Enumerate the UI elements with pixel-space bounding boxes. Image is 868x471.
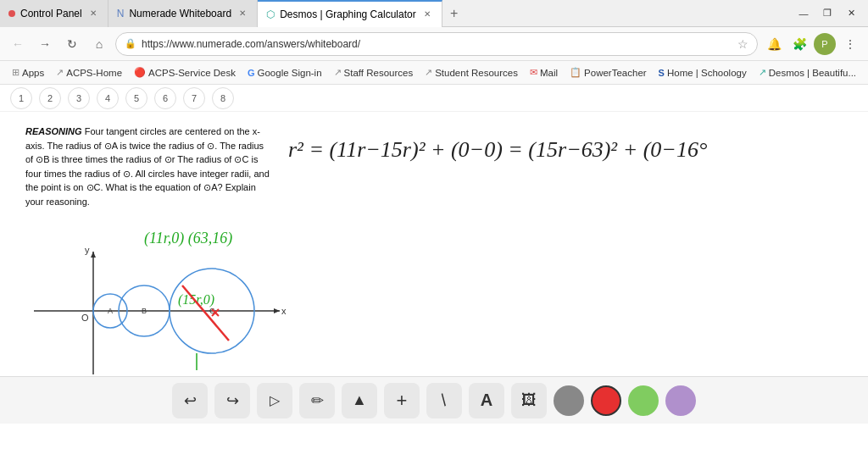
apps-icon: ⊞ [12, 67, 19, 78]
tab-close-numerade[interactable]: ✕ [236, 8, 248, 19]
svg-text:A: A [108, 307, 113, 315]
shapes-button[interactable]: ▲ [342, 383, 377, 418]
bookmark-student[interactable]: ↗ Student Resources [420, 65, 523, 80]
refresh-button[interactable]: ↻ [61, 33, 83, 55]
tab-number-4[interactable]: 4 [97, 87, 119, 109]
tab-desmos[interactable]: ⬡ Desmos | Graphing Calculator ✕ [258, 0, 442, 27]
bookmark-label: Staff Resources [344, 68, 414, 78]
bookmark-desmos[interactable]: ↗ Desmos | Beautifu... [754, 65, 861, 80]
extensions-button[interactable]: 🧩 [788, 33, 810, 55]
acps-service-icon: 🔴 [134, 67, 146, 78]
image-button[interactable]: 🖼 [511, 383, 547, 418]
svg-text:y: y [85, 245, 90, 255]
avatar[interactable]: P [814, 33, 836, 55]
bottom-toolbar: ↩ ↪ ▷ ✏ ▲ + / A 🖼 [0, 376, 868, 424]
tab-label: Control Panel [20, 8, 82, 19]
bookmark-apps[interactable]: ⊞ Apps [7, 65, 49, 80]
text-icon: A [481, 391, 492, 410]
bookmark-label: ACPS-Service Desk [148, 68, 236, 78]
problem-body: Four tangent circles are centered on the… [25, 126, 270, 207]
tab-label: Desmos | Graphing Calculator [280, 8, 416, 20]
student-icon: ↗ [425, 67, 432, 78]
maximize-button[interactable]: ❐ [817, 6, 837, 21]
minimize-button[interactable]: — [793, 6, 814, 21]
pen-button[interactable]: ✏ [299, 383, 335, 418]
add-button[interactable]: + [384, 383, 420, 418]
tab-numerade[interactable]: N Numerade Whiteboard ✕ [108, 0, 258, 27]
window-controls: — ❐ ✕ [793, 6, 868, 21]
bookmark-label: Student Resources [435, 68, 518, 78]
star-icon[interactable]: ☆ [737, 37, 748, 51]
bookmark-label: PowerTeacher [584, 68, 647, 78]
tab-close-desmos[interactable]: ✕ [421, 8, 433, 19]
tab-number-5[interactable]: 5 [125, 87, 147, 109]
shapes-icon: ▲ [352, 391, 367, 409]
bookmark-schoology[interactable]: S Home | Schoology [654, 66, 752, 80]
acps-home-icon: ↗ [56, 67, 64, 78]
diagram-svg: x y O A B C [25, 243, 288, 379]
color-green-button[interactable] [628, 385, 659, 416]
bookmark-acps-service[interactable]: 🔴 ACPS-Service Desk [129, 65, 241, 80]
tab-label: Numerade Whiteboard [129, 8, 231, 19]
toolbar-icons: 🔔 🧩 P ⋮ [763, 33, 861, 55]
redo-icon: ↪ [226, 391, 239, 410]
numerade-icon: N [117, 8, 125, 19]
redo-button[interactable]: ↪ [214, 383, 250, 418]
bookmark-label: Home | Schoology [667, 68, 747, 78]
tab-number-6[interactable]: 6 [154, 87, 176, 109]
url-text: https://www.numerade.com/answers/whitebo… [142, 38, 732, 50]
close-button[interactable]: ✕ [841, 6, 861, 21]
back-button[interactable]: ← [7, 33, 29, 55]
select-button[interactable]: ▷ [257, 383, 292, 418]
bookmark-google-signin[interactable]: G Google Sign-in [242, 66, 327, 80]
tab-control-panel[interactable]: Control Panel ✕ [0, 0, 108, 27]
color-red-button[interactable] [591, 385, 621, 416]
add-icon: + [397, 390, 408, 412]
line-button[interactable]: / [426, 383, 462, 418]
equation-display: r² = (11r−15r)² + (0−0) = (15r−63)² + (0… [288, 125, 864, 175]
powerteacher-icon: 📋 [570, 67, 581, 78]
tab-number-3[interactable]: 3 [68, 87, 90, 109]
google-icon: G [248, 68, 255, 78]
tab-close-control-panel[interactable]: ✕ [87, 8, 99, 19]
notifications-button[interactable]: 🔔 [763, 33, 785, 55]
forward-button[interactable]: → [34, 33, 56, 55]
bookmark-label: Mail [540, 68, 558, 78]
color-purple-button[interactable] [665, 385, 696, 416]
svg-marker-5 [274, 308, 280, 313]
bookmark-staff[interactable]: ↗ Staff Resources [329, 65, 419, 80]
bookmarksbar: ⊞ Apps ↗ ACPS-Home 🔴 ACPS-Service Desk G… [0, 61, 868, 85]
svg-line-16 [182, 285, 229, 341]
mail-icon: ✉ [530, 67, 537, 78]
text-button[interactable]: A [469, 383, 504, 418]
bookmark-mail[interactable]: ✉ Mail [525, 65, 563, 80]
titlebar: Control Panel ✕ N Numerade Whiteboard ✕ … [0, 0, 868, 27]
staff-icon: ↗ [334, 67, 342, 78]
addressbar: ← → ↻ ⌂ 🔒 https://www.numerade.com/answe… [0, 27, 868, 61]
pen-icon: ✏ [311, 391, 324, 410]
undo-icon: ↩ [184, 391, 197, 410]
line-icon: / [437, 391, 451, 410]
tab-number-2[interactable]: 2 [39, 87, 61, 109]
bookmark-label: Desmos | Beautifu... [769, 68, 856, 78]
home-button[interactable]: ⌂ [88, 33, 110, 55]
tab-number-8[interactable]: 8 [212, 87, 234, 109]
url-bar[interactable]: 🔒 https://www.numerade.com/answers/white… [115, 32, 758, 56]
svg-text:r² = (11r−15r)² + (0−0) = (15r: r² = (11r−15r)² + (0−0) = (15r−63)² + (0… [288, 137, 707, 162]
bookmark-powerteacher[interactable]: 📋 PowerTeacher [565, 65, 652, 80]
svg-text:O: O [81, 313, 89, 323]
undo-button[interactable]: ↩ [172, 383, 208, 418]
whiteboard-area: REASONING Four tangent circles are cente… [0, 112, 868, 424]
svg-text:x: x [281, 306, 287, 316]
select-icon: ▷ [270, 392, 280, 408]
desmos-bm-icon: ↗ [759, 67, 766, 78]
tab-number-1[interactable]: 1 [10, 87, 32, 109]
reasoning-label: REASONING [25, 126, 82, 136]
add-tab-button[interactable]: + [442, 2, 466, 25]
image-icon: 🖼 [521, 391, 537, 409]
bookmark-acps-home[interactable]: ↗ ACPS-Home [51, 65, 127, 80]
bookmark-label: Apps [22, 68, 44, 78]
menu-button[interactable]: ⋮ [839, 33, 861, 55]
tab-number-7[interactable]: 7 [183, 87, 205, 109]
color-gray-button[interactable] [554, 385, 584, 416]
